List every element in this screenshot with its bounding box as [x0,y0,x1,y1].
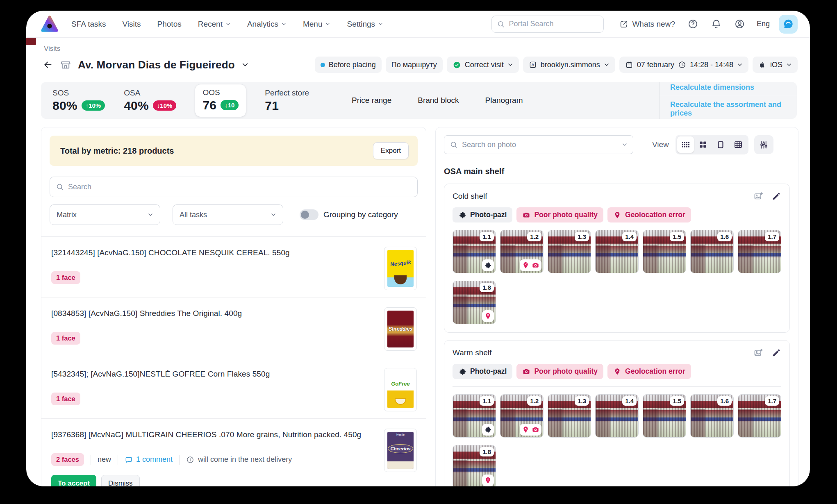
divider [118,455,118,465]
grouping-toggle[interactable] [300,209,318,220]
metric-selected-card[interactable]: OOS76↓10 [195,84,246,117]
photo-number-badge: 1.6 [717,232,732,241]
metric-tab-brand-block[interactable]: Brand block [418,96,459,105]
shelf-photo-thumbnail[interactable]: 1.6 [690,394,734,438]
product-status: new [98,455,111,464]
tasks-select[interactable]: All tasks [173,204,283,225]
photo-number-badge: 1.8 [480,283,494,292]
photo-filters-button[interactable] [754,135,773,154]
shelf-photo-thumbnail[interactable]: 1.1 [453,230,496,273]
metric-name: SOS [52,89,105,98]
visit-badge[interactable]: 07 february14:28 - 14:48 [619,57,748,73]
portal-search-field[interactable] [509,20,604,28]
portal-search-input[interactable] [491,16,604,33]
shelf-name: Cold shelf [453,192,487,201]
to-accept-button[interactable]: To accept [51,475,96,486]
clock-icon [678,61,686,69]
dismiss-button[interactable]: Dismiss [101,475,140,486]
help-icon[interactable] [687,18,698,30]
comment-link[interactable]: 1 comment [125,455,173,464]
photo-search-input[interactable] [444,135,633,154]
app-logo-icon[interactable] [40,15,59,34]
image-add-icon[interactable] [753,191,763,201]
chat-button[interactable] [779,15,798,34]
shelf-photo-thumbnail[interactable]: 1.8 [453,281,496,324]
chevron-down-icon[interactable] [241,61,249,68]
divider [91,455,91,465]
product-art-label: Cheerios [388,444,413,453]
shelf-photo-thumbnail[interactable]: 1.1 [453,394,496,438]
metric-sos[interactable]: SOS80%↑10% [52,89,105,113]
shelf-photo-thumbnail[interactable]: 1.4 [595,230,639,273]
visit-badge[interactable]: Abrooklyn.simmons [523,57,615,73]
recalculate-link[interactable]: Recalculate dimensions [660,79,797,96]
nav-item-recent[interactable]: Recent [198,20,231,29]
breadcrumb[interactable]: Visits [44,45,60,53]
nav-item-label: Menu [303,20,323,29]
nav-item-visits[interactable]: Visits [122,20,141,29]
edit-pencil-icon[interactable] [771,191,781,201]
shelf-photo-thumbnail[interactable]: 1.7 [738,394,781,438]
photo-grid-row2: 1.8 [453,281,789,324]
shelf-photo-thumbnail[interactable]: 1.3 [548,230,591,273]
product-title: [9376368] [McvNaG] MULTIGRAIN CHEERIOS .… [51,430,375,439]
profile-icon[interactable] [734,18,745,30]
recalculate-link[interactable]: Recalculate the assortment and prices [660,96,797,122]
metric-tab-price-range[interactable]: Price range [352,96,391,105]
visit-badge[interactable]: iOS [753,57,798,73]
product-row[interactable]: [0834853] [AcvNaG.150] Shreddies The Ori… [41,297,426,358]
shelf-photo-thumbnail[interactable]: 1.2 [500,394,544,438]
shelf-photo-thumbnail[interactable]: 1.2 [500,230,544,273]
nav-item-analytics[interactable]: Analytics [247,20,287,29]
apple-icon [758,61,766,69]
product-row[interactable]: [321443245] [AcvNaG.150] CHOCOLATE NESQU… [41,237,426,297]
product-art-label: Shreddies [389,326,412,332]
photo-number-badge: 1.4 [622,396,637,406]
metric-perfect-store[interactable]: Perfect store71 [265,89,309,113]
nav-item-label: Settings [347,20,375,29]
back-arrow-icon[interactable] [43,59,53,70]
product-row[interactable]: [5432345]; [AcvNaG.150]NESTLÉ GOFREE Cor… [41,358,426,419]
photo-search-field[interactable] [462,141,618,149]
shelf-photo-thumbnail[interactable]: 1.7 [738,230,781,273]
nav-item-photos[interactable]: Photos [157,20,182,29]
issue-badge-poor-photo-quality: Poor photo quality [516,364,603,379]
product-art: Shreddies [387,311,414,347]
metric-osa[interactable]: OSA40%↓10% [124,89,176,113]
metric-oos[interactable]: OOS76↓10 [202,88,239,112]
shelf-photo-thumbnail[interactable]: 1.4 [595,394,639,438]
image-add-icon[interactable] [753,348,763,358]
view-grid-2x2-button[interactable] [695,136,712,153]
tasks-select-value: All tasks [180,211,207,219]
shelf-photo-thumbnail[interactable]: 1.6 [690,230,734,273]
view-single-button[interactable] [712,136,729,153]
metric-value: 71 [265,99,279,113]
nav-item-menu[interactable]: Menu [303,20,331,29]
view-table-button[interactable] [730,136,747,153]
shelf-photo-thumbnail[interactable]: 1.5 [643,230,686,273]
language-selector[interactable]: Eng [757,20,770,28]
product-row[interactable]: [9376368] [McvNaG] MULTIGRAIN CHEERIOS .… [41,419,426,486]
photo-number-badge: 1.2 [527,396,541,406]
visit-badge[interactable]: Correct visit [447,57,519,73]
export-button[interactable]: Export [373,142,409,159]
edit-pencil-icon[interactable] [771,348,781,358]
product-search-input[interactable] [50,177,418,197]
product-meta: 1 face [51,332,416,345]
view-grid-dense-button[interactable] [677,136,694,153]
notifications-bell-icon[interactable] [711,18,722,30]
nav-item-settings[interactable]: Settings [347,20,383,29]
nav-item-sfa-tasks[interactable]: SFA tasks [71,20,106,29]
whats-new-link[interactable]: Whats new? [619,20,675,29]
shelf-photo-thumbnail[interactable]: 1.3 [548,394,591,438]
pin-error-icon [613,368,621,376]
shelf-photo-thumbnail[interactable]: 1.5 [643,394,686,438]
matrix-select[interactable]: Matrix [50,204,160,225]
filters-row: Matrix All tasks Grouping by category [50,204,418,225]
product-art: Nesquik [387,250,414,287]
metric-delta-badge: ↓10 [221,100,239,110]
shelf-photo-thumbnail[interactable]: 1.8 [453,445,496,486]
pin-error-icon [613,211,621,219]
metric-tab-planogram[interactable]: Planogram [485,96,523,105]
product-search-field[interactable] [68,183,412,191]
